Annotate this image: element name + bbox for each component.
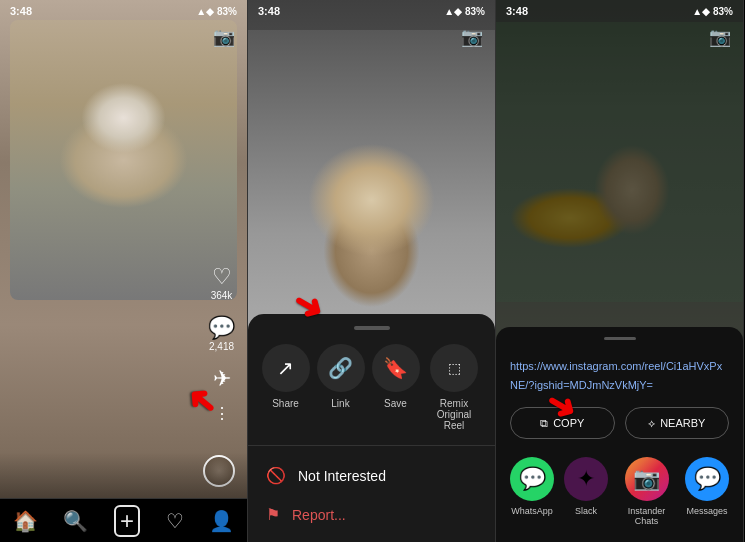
like-count-1: 364k	[211, 290, 233, 301]
messages-label: Messages	[686, 506, 727, 516]
report-icon: ⚑	[266, 505, 280, 524]
share-action-btn[interactable]: ↗ Share	[262, 344, 310, 431]
share-circle-icon: ↗	[262, 344, 310, 392]
nav-heart-1[interactable]: ♡	[166, 509, 184, 533]
comment-icon-1: 💬	[208, 317, 235, 339]
p3-sheet-handle	[604, 337, 636, 340]
messages-icon: 💬	[685, 457, 729, 501]
status-icons-3: ▲◆ 83%	[692, 6, 733, 17]
slack-label: Slack	[575, 506, 597, 516]
not-interested-menu-item[interactable]: 🚫 Not Interested	[248, 456, 495, 495]
nearby-label: NEARBY	[660, 417, 705, 429]
nearby-icon: ⟡	[648, 417, 655, 430]
whatsapp-app[interactable]: 💬 WhatsApp	[510, 457, 554, 526]
sheet-divider-1	[248, 445, 495, 446]
report-menu-item[interactable]: ⚑ Report...	[248, 495, 495, 534]
nav-search-1[interactable]: 🔍	[63, 509, 88, 533]
link-row: https://www.instagram.com/reel/Ci1aHVxPx…	[496, 350, 743, 401]
remix-action-btn[interactable]: ⬚ Remix Original Reel	[427, 344, 482, 431]
save-circle-icon: 🔖	[372, 344, 420, 392]
whatsapp-icon: 💬	[510, 457, 554, 501]
nav-bar-1: 🏠 🔍 + ♡ 👤	[0, 498, 247, 542]
heart-icon-1: ♡	[212, 266, 232, 288]
status-bar-1: 3:48 ▲◆ 83%	[0, 0, 247, 22]
more-icon-1: ⋮	[214, 406, 230, 422]
nav-add-1[interactable]: +	[114, 505, 140, 537]
like-button-1[interactable]: ♡ 364k	[211, 266, 233, 301]
sheet-handle	[354, 326, 390, 330]
share-apps-row: 💬 WhatsApp ✦ Slack 📷 Instander Chats 💬 M…	[496, 449, 743, 536]
camera-icon-1[interactable]: 📷	[213, 26, 235, 48]
link-action-btn[interactable]: 🔗 Link	[317, 344, 365, 431]
link-action-label: Link	[331, 398, 349, 409]
status-time-1: 3:48	[10, 5, 32, 17]
whatsapp-label: WhatsApp	[511, 506, 553, 516]
panel-2: 3:48 ▲◆ 83% 📷 ♡ 364k ↗ Share 🔗 Link 🔖 Sa…	[248, 0, 496, 542]
remix-action-label: Remix Original Reel	[427, 398, 482, 431]
share-sheet-3: https://www.instagram.com/reel/Ci1aHVxPx…	[496, 327, 743, 542]
nearby-button[interactable]: ⟡ NEARBY	[625, 407, 730, 439]
panel-3: 3:48 ▲◆ 83% 📷 https://www.instagram.com/…	[496, 0, 744, 542]
remix-circle-icon: ⬚	[430, 344, 478, 392]
sheet-actions: ↗ Share 🔗 Link 🔖 Save ⬚ Remix Original R…	[248, 344, 495, 445]
slack-app[interactable]: ✦ Slack	[564, 457, 608, 526]
status-icons-2: ▲◆ 83%	[444, 6, 485, 17]
instander-icon: 📷	[625, 457, 669, 501]
dog-image-1	[10, 20, 237, 300]
save-action-label: Save	[384, 398, 407, 409]
status-bar-2: 3:48 ▲◆ 83%	[248, 0, 495, 22]
more-button-1[interactable]: ⋮	[214, 406, 230, 422]
status-icons-1: ▲◆ 83%	[196, 6, 237, 17]
link-circle-icon: 🔗	[317, 344, 365, 392]
share-link[interactable]: https://www.instagram.com/reel/Ci1aHVxPx…	[510, 360, 722, 390]
p3-button-row: ⧉ COPY ⟡ NEARBY	[496, 401, 743, 449]
nav-home-1[interactable]: 🏠	[13, 509, 38, 533]
report-label: Report...	[292, 507, 346, 523]
status-bar-3: 3:48 ▲◆ 83%	[496, 0, 743, 22]
not-interested-label: Not Interested	[298, 468, 386, 484]
comment-count-1: 2,418	[209, 341, 234, 352]
messages-app[interactable]: 💬 Messages	[685, 457, 729, 526]
status-time-3: 3:48	[506, 5, 528, 17]
instander-app[interactable]: 📷 Instander Chats	[618, 457, 675, 526]
save-action-btn[interactable]: 🔖 Save	[372, 344, 420, 431]
instander-label: Instander Chats	[618, 506, 675, 526]
camera-icon-2[interactable]: 📷	[461, 26, 483, 48]
status-time-2: 3:48	[258, 5, 280, 17]
not-interested-icon: 🚫	[266, 466, 286, 485]
slack-icon: ✦	[564, 457, 608, 501]
bottom-sheet-2: ↗ Share 🔗 Link 🔖 Save ⬚ Remix Original R…	[248, 314, 495, 542]
share-action-label: Share	[272, 398, 299, 409]
camera-icon-3[interactable]: 📷	[709, 26, 731, 48]
comment-button-1[interactable]: 💬 2,418	[208, 317, 235, 352]
panel-1: 3:48 ▲◆ 83% 📷 ♡ 364k 💬 2,418 ✈ ⋮ Follow …	[0, 0, 248, 542]
nav-profile-1[interactable]: 👤	[209, 509, 234, 533]
